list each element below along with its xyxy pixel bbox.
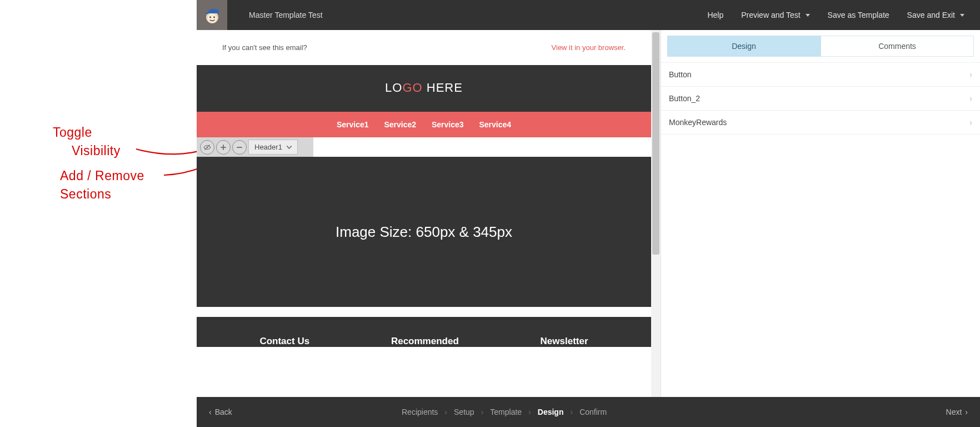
svg-point-1 bbox=[207, 14, 217, 23]
spacer bbox=[197, 307, 651, 317]
step-recipients[interactable]: Recipients bbox=[402, 408, 438, 416]
wizard-steps: Recipients › Setup › Template › Design ›… bbox=[402, 408, 607, 416]
preview-label: Preview and Test bbox=[741, 11, 800, 19]
annotation-toggle-visibility: Toggle Visibility bbox=[53, 123, 121, 161]
logo-part-3: HERE bbox=[423, 81, 463, 95]
chevron-right-icon: › bbox=[965, 408, 968, 416]
step-separator: › bbox=[444, 408, 447, 416]
preview-test-dropdown[interactable]: Preview and Test bbox=[741, 11, 809, 19]
annotation-line1b: Add / Remove bbox=[60, 168, 144, 183]
toggle-visibility-button[interactable] bbox=[200, 140, 214, 155]
chevron-right-icon: › bbox=[969, 118, 972, 127]
annotation-add-remove: Add / Remove Sections bbox=[60, 167, 144, 204]
step-design[interactable]: Design bbox=[538, 408, 564, 416]
top-actions: Help Preview and Test Save as Template S… bbox=[707, 11, 980, 19]
main-row: If you can't see this email? View it in … bbox=[197, 30, 980, 397]
save-exit-label: Save and Exit bbox=[907, 11, 955, 19]
section-selector-label: Header1 bbox=[254, 143, 282, 151]
footer-col: Contact Us bbox=[259, 336, 309, 347]
bottom-step-bar: ‹ Back Recipients › Setup › Template › D… bbox=[197, 397, 980, 427]
sidebar-item-monkeyrewards[interactable]: MonkeyRewards › bbox=[661, 111, 980, 135]
plus-icon bbox=[219, 143, 227, 151]
service-link[interactable]: Service4 bbox=[479, 120, 511, 129]
preheader-text: If you can't see this email? bbox=[222, 43, 307, 52]
add-section-button[interactable] bbox=[216, 140, 231, 155]
sidebar-item-button[interactable]: Button › bbox=[661, 63, 980, 87]
remove-section-button[interactable] bbox=[232, 140, 247, 155]
svg-point-3 bbox=[213, 17, 215, 18]
logo-part-1: LO bbox=[385, 81, 402, 95]
email-preview: If you can't see this email? View it in … bbox=[197, 30, 651, 347]
logo-part-2: GO bbox=[402, 81, 422, 95]
top-bar: Master Template Test Help Preview and Te… bbox=[197, 0, 980, 30]
view-in-browser-link[interactable]: View it in your browser. bbox=[552, 43, 626, 52]
section-controls: Header1 bbox=[197, 137, 313, 157]
back-button[interactable]: ‹ Back bbox=[209, 408, 232, 416]
step-template[interactable]: Template bbox=[490, 408, 522, 416]
annotation-line2b: Sections bbox=[60, 187, 111, 201]
sidebar-item-label: Button_2 bbox=[669, 94, 700, 103]
service-link[interactable]: Service1 bbox=[337, 120, 369, 129]
email-canvas: If you can't see this email? View it in … bbox=[197, 30, 661, 397]
annotation-line2: Visibility bbox=[53, 143, 121, 158]
sidebar-item-button-2[interactable]: Button_2 › bbox=[661, 87, 980, 111]
back-label: Back bbox=[215, 408, 232, 416]
save-and-exit-dropdown[interactable]: Save and Exit bbox=[907, 11, 964, 19]
step-separator: › bbox=[481, 408, 484, 416]
save-template-label: Save as Template bbox=[828, 11, 889, 19]
sidebar-list: Button › Button_2 › MonkeyRewards › bbox=[661, 62, 980, 135]
next-label: Next bbox=[946, 408, 962, 416]
hero-placeholder-text: Image Size: 650px & 345px bbox=[336, 224, 512, 241]
step-confirm[interactable]: Confirm bbox=[579, 408, 607, 416]
services-nav[interactable]: Service1 Service2 Service3 Service4 bbox=[197, 112, 651, 137]
step-setup[interactable]: Setup bbox=[454, 408, 474, 416]
save-as-template-button[interactable]: Save as Template bbox=[828, 11, 889, 19]
sidebar-item-label: MonkeyRewards bbox=[669, 118, 727, 127]
canvas-scrollbar[interactable] bbox=[651, 30, 661, 397]
preheader: If you can't see this email? View it in … bbox=[197, 30, 651, 65]
tab-comments[interactable]: Comments bbox=[821, 36, 974, 57]
service-link[interactable]: Service2 bbox=[384, 120, 416, 129]
chevron-right-icon: › bbox=[969, 70, 972, 79]
chevron-down-icon bbox=[287, 146, 292, 149]
chevron-left-icon: ‹ bbox=[209, 408, 212, 416]
step-separator: › bbox=[528, 408, 531, 416]
svg-point-2 bbox=[209, 17, 211, 18]
document-title: Master Template Test bbox=[249, 11, 323, 19]
chevron-right-icon: › bbox=[969, 94, 972, 103]
right-sidebar: Design Comments Button › Button_2 › Monk… bbox=[661, 30, 980, 397]
help-label: Help bbox=[707, 11, 723, 19]
footer-columns[interactable]: Contact Us Recommended Newsletter bbox=[197, 317, 651, 347]
hero-image-block[interactable]: Image Size: 650px & 345px bbox=[197, 157, 651, 307]
svg-point-4 bbox=[206, 13, 208, 14]
next-button[interactable]: Next › bbox=[946, 408, 968, 416]
scrollbar-thumb[interactable] bbox=[652, 32, 659, 255]
step-separator: › bbox=[570, 408, 573, 416]
sidebar-tabs: Design Comments bbox=[661, 30, 980, 57]
eye-slash-icon bbox=[203, 143, 211, 151]
monkey-icon bbox=[202, 5, 222, 25]
footer-col: Newsletter bbox=[541, 336, 588, 347]
mailchimp-logo[interactable] bbox=[197, 0, 227, 30]
minus-icon bbox=[236, 143, 243, 151]
sidebar-item-label: Button bbox=[669, 70, 691, 79]
footer-col: Recommended bbox=[391, 336, 459, 347]
section-selector-dropdown[interactable]: Header1 bbox=[248, 140, 298, 155]
service-link[interactable]: Service3 bbox=[432, 120, 464, 129]
help-link[interactable]: Help bbox=[707, 11, 723, 19]
tab-design[interactable]: Design bbox=[667, 36, 821, 57]
annotation-line1: Toggle bbox=[53, 125, 92, 140]
logo-band[interactable]: LOGO HERE bbox=[197, 65, 651, 112]
